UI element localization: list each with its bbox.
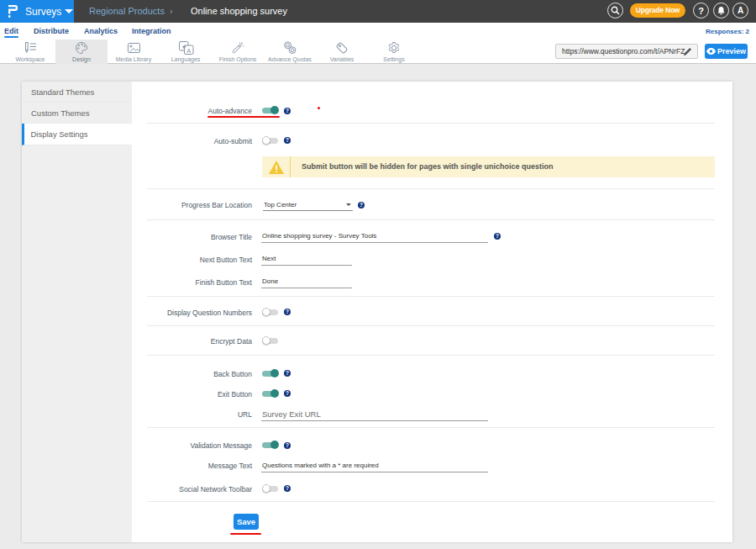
svg-text:A: A <box>186 47 191 55</box>
